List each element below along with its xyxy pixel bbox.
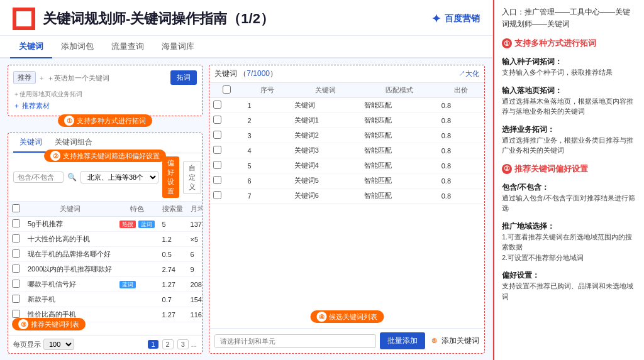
kw-table-wrap: 关键词 特色 搜索量 月均搜索量 竞争激烈程度 匹配 操作 [8, 202, 202, 335]
search-icon: 🔍 [67, 173, 77, 182]
monthly-cell: 208 [187, 277, 202, 292]
cand-kw-2: 关键词2 [291, 128, 361, 143]
add-area: 批量添加 ⑤ 添加关键词 [209, 328, 484, 353]
cand-checkbox-2[interactable] [213, 131, 221, 139]
region-select[interactable]: 北京、上海等38个 [80, 171, 158, 183]
tab-traffic[interactable]: 流量查询 [103, 36, 153, 58]
tab-massive[interactable]: 海量词库 [153, 36, 203, 58]
sub5: 推广地域选择： 1.可查看推荐关键词在所选地域范围内的搜索数据 2.可设置不推荐… [502, 219, 636, 263]
monthly-cell: 1165 [187, 307, 202, 322]
search-input[interactable] [47, 74, 167, 82]
cand-match-3: 智能匹配 [360, 143, 437, 158]
row-checkbox-5[interactable] [12, 295, 20, 303]
cand-checkbox-1[interactable] [213, 116, 221, 124]
monthly-cell: 9 [187, 262, 202, 277]
monthly-cell: 6 [187, 247, 202, 262]
kw-table-area: ② 支持推荐关键词筛选和偏好设置 关键词 关键词组合 🔍 北京、上海等38个 [8, 133, 203, 354]
cand-bid-5: 0.8 [438, 173, 484, 188]
tab-addpack[interactable]: 添加词包 [52, 36, 103, 58]
row-checkbox-1[interactable] [12, 234, 20, 243]
search-box-area: 推荐 + 拓词 ＋使用落地页或业务拓词 ＋ 推荐素材 ① 支持多种方式进行拓词 [8, 65, 203, 116]
page-btn-3[interactable]: 3 [177, 339, 189, 349]
tag-cell [116, 307, 158, 322]
list-item: 6 关键词5 智能匹配 0.8 [209, 173, 484, 188]
preference-btn[interactable]: 偏好设置 [162, 156, 179, 198]
row-checkbox-0[interactable] [12, 219, 20, 227]
search-hint: ＋使用落地页或业务拓词 [13, 90, 82, 99]
row-checkbox-6[interactable] [12, 310, 20, 318]
kw-tab-keyword[interactable]: 关键词 [13, 133, 48, 153]
table-row: 新款手机 0.7 154 高 添加 [8, 292, 202, 307]
logo: ✦ 百度营销 [431, 12, 480, 26]
candidate-title: 关键词 （7/1000） [214, 68, 277, 79]
col-keyword: 关键词 [24, 202, 116, 217]
cand-match-1: 智能匹配 [360, 113, 437, 128]
cand-bid-4: 0.8 [438, 158, 484, 173]
expand-button[interactable]: ↗大化 [458, 69, 479, 79]
tag-cell [116, 292, 158, 307]
cand-checkbox-3[interactable] [213, 146, 221, 154]
cand-match-4: 智能匹配 [360, 158, 437, 173]
logo-text: 百度营销 [445, 13, 480, 25]
page-title: 关键词规划师-关键词操作指南（1/2） [43, 9, 274, 28]
cand-checkbox-4[interactable] [213, 161, 221, 169]
add-kw-btn[interactable]: 批量添加 [380, 332, 425, 349]
add-material-link[interactable]: ＋ 推荐素材 [13, 101, 197, 111]
cand-bid-3: 0.8 [438, 143, 484, 158]
kw-cell: 5g手机推荐 [24, 217, 116, 232]
sub4: 包含/不包含： 通过输入包含/不包含字面对推荐结果进行筛选 [502, 180, 636, 214]
cand-no-5: 6 [244, 173, 291, 188]
filter-input[interactable] [13, 172, 64, 183]
header: 关键词规划师-关键词操作指南（1/2） ✦ 百度营销 [0, 0, 492, 36]
page-btn-2[interactable]: 2 [162, 339, 174, 349]
cand-match-0: 智能匹配 [360, 98, 437, 113]
cand-kw-6: 关键词6 [291, 188, 361, 204]
right-sidebar: 入口：推广管理——工具中心——关键词规划师——关键词 ① 支持多种方式进行拓词 … [493, 0, 644, 360]
select-all-checkbox[interactable] [12, 204, 20, 212]
tag-cell: 蓝词 [116, 277, 158, 292]
per-page-label: 每页显示 [13, 340, 41, 349]
tag-cell [116, 232, 158, 247]
page-btn-1[interactable]: 1 [148, 340, 158, 349]
row-checkbox-4[interactable] [12, 280, 20, 288]
tab-keyword[interactable]: 关键词 [10, 36, 52, 58]
index-cell: 0.5 [158, 247, 187, 262]
custom-btn[interactable]: 自定义 [183, 161, 201, 194]
index-cell: 1.2 [158, 232, 187, 247]
table-row: 2000以内的手机推荐哪款好 2.74 9 高 添加 [8, 262, 202, 277]
per-page-select[interactable]: 100 [43, 339, 74, 350]
kw-cell: 2000以内的手机推荐哪款好 [24, 262, 116, 277]
candidate-table: 序号 关键词 匹配模式 出价 1 关键词 智能匹配 0.8 2 [209, 83, 484, 204]
cand-bid-6: 0.8 [438, 188, 484, 204]
cand-kw-5: 关键词5 [291, 173, 361, 188]
index-cell: 1.27 [158, 277, 187, 292]
cand-checkbox-5[interactable] [213, 176, 221, 184]
expand-btn[interactable]: 拓词 [170, 70, 197, 85]
tag-cell [116, 247, 158, 262]
cand-no-6: 7 [244, 188, 291, 204]
cand-col-kw: 关键词 [291, 83, 361, 98]
sub6: 偏好设置： 支持设置不推荐已购词、品牌词和未选地域词 [502, 268, 636, 302]
kw-table: 关键词 特色 搜索量 月均搜索量 竞争激烈程度 匹配 操作 [8, 202, 202, 322]
kw-cell: 十大性价比高的手机 [24, 232, 116, 247]
monthly-cell: ×5 [187, 232, 202, 247]
add-kw-btn-label: 批量添加 [387, 335, 418, 346]
candidate-area: 关键词 （7/1000） ↗大化 序号 关键词 [209, 65, 485, 354]
sub2: 输入落地页拓词： 通过选择基木鱼落地页，根据落地页内容推荐与落地业务相关的关键词 [502, 83, 636, 117]
kw-cell: 新款手机 [24, 292, 116, 307]
add-input[interactable] [214, 334, 376, 348]
candidate-select-all[interactable] [223, 85, 231, 94]
cand-no-3: 4 [244, 143, 291, 158]
list-item: 7 关键词6 智能匹配 0.8 [209, 188, 484, 204]
index-cell: 5 [158, 217, 187, 232]
row-checkbox-3[interactable] [12, 265, 20, 273]
cand-kw-1: 关键词1 [291, 113, 361, 128]
monthly-cell: 154 [187, 292, 202, 307]
tag-cell: 热搜 蓝词 [116, 217, 158, 232]
list-item: 1 关键词 智能匹配 0.8 [209, 98, 484, 113]
header-icon [13, 8, 35, 30]
cand-checkbox-0[interactable] [213, 101, 221, 109]
section2-title: ② 推荐关键词偏好设置 [502, 163, 636, 175]
row-checkbox-2[interactable] [12, 249, 20, 258]
cand-checkbox-6[interactable] [213, 191, 221, 199]
